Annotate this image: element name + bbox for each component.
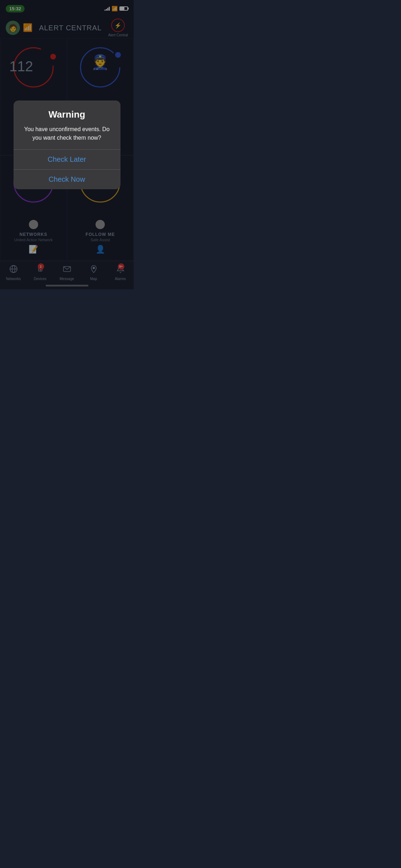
check-now-button[interactable]: Check Now bbox=[14, 170, 120, 189]
modal-title: Warning bbox=[21, 109, 113, 120]
modal-message: You have unconfirmed events. Do you want… bbox=[21, 125, 113, 142]
modal-overlay: Warning You have unconfirmed events. Do … bbox=[0, 0, 134, 289]
warning-modal: Warning You have unconfirmed events. Do … bbox=[14, 100, 120, 189]
check-later-button[interactable]: Check Later bbox=[14, 150, 120, 169]
modal-body: Warning You have unconfirmed events. Do … bbox=[14, 100, 120, 149]
